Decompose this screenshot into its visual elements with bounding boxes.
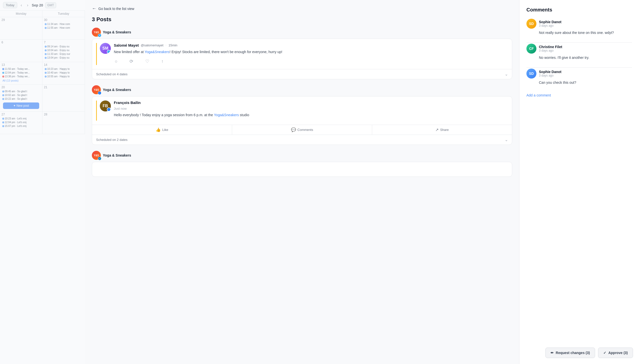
calendar-days-header: Monday Tuesday [0, 10, 85, 17]
post-link-1[interactable]: Yoga&Sneakers [144, 50, 169, 54]
request-changes-label: Request changes (3) [556, 351, 590, 355]
twitter-badge-1: 𝕏 [107, 50, 111, 54]
cal-event: 10:23 am · Let's enj [2, 117, 41, 120]
brand-header-1: Y&S 𝕏 Yoga & Sneakers [92, 28, 512, 37]
post-card-2-inner: FB f François Bailin Just now Hello ever… [92, 96, 512, 125]
cal-event: 12:04 pm · Today we... [2, 71, 41, 74]
next-button[interactable]: › [26, 2, 30, 8]
check-icon: ✓ [603, 351, 606, 355]
cal-cell-13: 13 11:50 am · Today we... 12:04 pm · Tod… [0, 62, 43, 84]
fb-like-label: Like [162, 128, 168, 132]
comment-author-1: Sophie Danot [539, 20, 561, 24]
cal-cell-20: 20 09:45 am · So glad t 10:02 am · So gl… [0, 84, 43, 112]
scheduled-label-1: Scheduled on 4 dates [96, 72, 128, 76]
comment-item-1: SD Sophie Danot 3 days ago Not really su… [526, 19, 632, 36]
post-text-2: Hello everybody ! Today enjoy a yoga ses… [114, 112, 508, 118]
comment-time-3: 3 days ago [539, 74, 561, 77]
cal-event: 10:04 am · Enjoy ou [44, 48, 83, 52]
add-comment-link[interactable]: Add a comment [526, 93, 632, 97]
comment-avatar-sophie1: SD [526, 19, 536, 29]
post-time-1: 15min [168, 44, 177, 47]
comments-panel: Comments SD Sophie Danot 3 days ago Not … [519, 0, 639, 364]
pencil-icon: ✏ [551, 351, 554, 355]
cal-event: 10:02 am · So glad t [2, 94, 41, 97]
post-content-2: François Bailin Just now Hello everybody… [114, 100, 508, 121]
calendar-header: Today ‹ › Sep 20 GMT [0, 0, 85, 10]
post-meta-1: Salomé Mayet @salomemayet · 15min [114, 43, 508, 47]
comment-time-2: 3 days ago [539, 49, 562, 52]
scheduled-bar-2[interactable]: Scheduled on 2 dates ⌄ [92, 135, 512, 144]
cal-cell-14: 14 10:23 am · Happy to 10:40 am · Happy … [43, 62, 85, 84]
thumbs-up-icon: 👍 [156, 128, 161, 132]
scheduled-bar-1[interactable]: Scheduled on 4 dates ⌄ [92, 69, 512, 79]
post-group-1: Y&S 𝕏 Yoga & Sneakers SM 𝕏 Salomé Mayet … [92, 28, 512, 79]
post-text-1: New limited offer at Yoga&Sneakers! Enjo… [114, 49, 508, 54]
comments-icon: 💬 [291, 128, 296, 132]
cal-cell-30: 30 11:34 am · How com 11:55 am · How com [43, 17, 85, 40]
post-author-2: François Bailin [114, 100, 141, 105]
request-changes-button[interactable]: ✏ Request changes (3) [545, 348, 595, 358]
cal-cell-7: 7 09:14 am · Enjoy ou 10:04 am · Enjoy o… [43, 40, 85, 62]
cal-event: 13:38 pm · Today we... [2, 75, 41, 78]
all-posts-link[interactable]: All (13 posts) [2, 78, 41, 82]
like-action[interactable]: ♡ [144, 58, 150, 65]
main-panel: ← Go back to the list view 3 Posts Y&S 𝕏… [85, 0, 519, 364]
day-tuesday: Tuesday [43, 10, 85, 17]
prev-button[interactable]: ‹ [19, 2, 24, 8]
post-accent-bar-2 [96, 100, 97, 121]
fb-comments-action[interactable]: 💬 Comments [232, 125, 372, 135]
comment-action[interactable]: ○ [114, 58, 119, 65]
approve-label: Approve (3) [608, 351, 628, 355]
comment-text-3: Can you check this out? [539, 80, 632, 85]
today-button[interactable]: Today [3, 2, 17, 8]
back-link-label: Go back to the list view [98, 7, 134, 11]
back-arrow-icon: ← [92, 6, 96, 11]
comment-header-3: SD Sophie Danot 3 days ago [526, 68, 632, 78]
cal-cell-28: 28 [43, 112, 85, 134]
timezone-label: GMT [45, 2, 56, 8]
calendar-panel: Today ‹ › Sep 20 GMT Monday Tuesday 29 3… [0, 0, 85, 364]
cal-event: 10:40 am · Happy to [44, 71, 83, 74]
post-link-2[interactable]: Yoga&Sneakers [214, 113, 239, 117]
approve-button[interactable]: ✓ Approve (3) [598, 348, 633, 358]
comment-text-1: Not really sure about the tone on this o… [539, 30, 632, 36]
post-card-3 [92, 162, 512, 177]
post-card-2: FB f François Bailin Just now Hello ever… [92, 96, 512, 145]
linkedin-social-badge: in [98, 157, 101, 160]
new-post-button[interactable]: ✦ New post [3, 102, 39, 109]
comment-avatar-sophie2: SD [526, 68, 536, 78]
post-card-1: SM 𝕏 Salomé Mayet @salomemayet · 15min N… [92, 39, 512, 79]
fb-share-label: Share [440, 128, 449, 132]
fb-share-action[interactable]: ↗ Share [372, 125, 512, 135]
brand-name-3: Yoga & Sneakers [103, 153, 131, 157]
twitter-social-badge: 𝕏 [98, 34, 101, 37]
cal-event: 10:22 am · So glad t [2, 97, 41, 100]
comment-item-2: CF Christine Filet 3 days ago No worries… [526, 44, 632, 60]
comment-author-3: Sophie Danot [539, 70, 561, 74]
chevron-down-icon-2: ⌄ [505, 137, 508, 142]
back-link[interactable]: ← Go back to the list view [92, 6, 512, 11]
cal-event: 11:33 am · Enjoy our [44, 52, 83, 56]
share-action[interactable]: ↑ [160, 58, 164, 65]
post-time-2: Just now [114, 107, 508, 110]
cal-event: 13:04 pm · Enjoy ou [44, 56, 83, 59]
cal-cell-27: 27 10:23 am · Let's enj 12:04 pm · Let's… [0, 112, 43, 134]
post-meta-2: François Bailin [114, 100, 508, 105]
fb-comments-label: Comments [298, 128, 313, 132]
calendar-body: 29 30 11:34 am · How com 11:55 am · How … [0, 17, 85, 134]
cal-event: 10:55 am · Happy to [44, 75, 83, 78]
posts-count-title: 3 Posts [92, 16, 512, 23]
francois-avatar: FB f [100, 100, 111, 112]
post-handle-1: @salomemayet [141, 44, 163, 47]
retweet-action[interactable]: ⟳ [129, 58, 134, 65]
comment-author-2: Christine Filet [539, 45, 562, 49]
facebook-actions: 👍 Like 💬 Comments ↗ Share [92, 125, 512, 135]
cal-event: 09:45 am · So glad t [2, 90, 41, 93]
day-monday: Monday [0, 10, 43, 17]
brand-name-1: Yoga & Sneakers [103, 30, 131, 34]
chevron-down-icon-1: ⌄ [505, 72, 508, 76]
twitter-actions-1: ○ ⟳ ♡ ↑ [114, 58, 508, 65]
cal-event: 10:23 am · Happy to [44, 67, 83, 70]
fb-like-action[interactable]: 👍 Like [92, 125, 232, 135]
cal-cell-21: 21 [43, 84, 85, 112]
